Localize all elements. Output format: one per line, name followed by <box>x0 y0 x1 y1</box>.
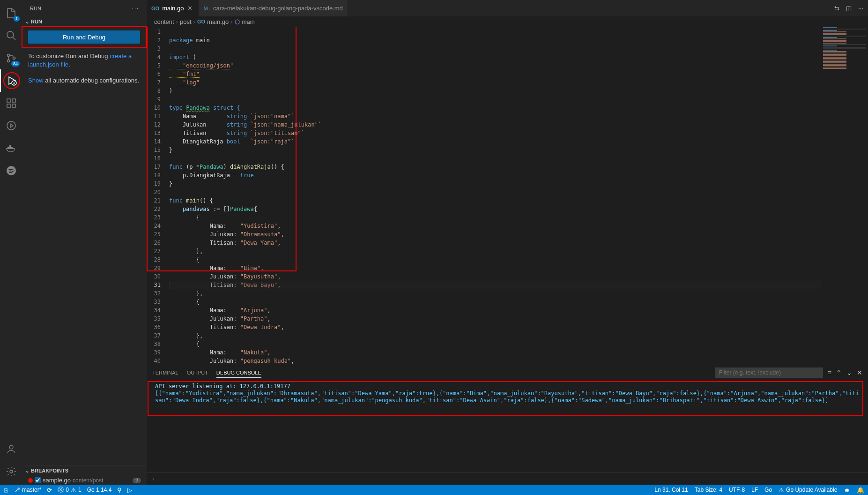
tab-main-go[interactable]: GO main.go ✕ <box>147 0 199 16</box>
svg-rect-10 <box>12 104 15 107</box>
activity-explorer[interactable]: 1 <box>0 2 22 24</box>
play-icon: ▷ <box>127 487 132 494</box>
breakpoint-checkbox[interactable] <box>35 477 41 483</box>
collapse-panel-icon[interactable]: ⌃ <box>836 369 842 376</box>
clear-console-icon[interactable]: ≡ <box>828 369 831 376</box>
status-remote[interactable]: ⎘ <box>4 487 7 494</box>
activity-settings[interactable] <box>0 460 22 483</box>
breakpoints-header[interactable]: ⌄ BREAKPOINTS <box>22 465 147 476</box>
breadcrumb-item[interactable]: content <box>154 18 174 25</box>
status-encoding[interactable]: UTF-8 <box>729 487 745 493</box>
svg-point-0 <box>7 31 14 38</box>
breakpoint-file: sample.go <box>43 477 71 484</box>
status-go-version[interactable]: Go 1.14.4 <box>87 487 112 493</box>
chevron-down-icon: ⌄ <box>25 468 29 473</box>
editor-tabs: GO main.go ✕ M↓ cara-melakukan-debug-gol… <box>147 0 868 16</box>
sidebar-more-icon[interactable]: ··· <box>132 6 139 11</box>
play-circle-icon <box>6 120 17 131</box>
close-icon[interactable]: ✕ <box>186 5 193 12</box>
breakpoint-count: 2 <box>133 478 141 483</box>
breakpoint-item[interactable]: sample.go content/post 2 <box>22 476 147 485</box>
gutter[interactable]: 1234567891011121314151617181920212223242… <box>147 27 169 365</box>
status-cursor[interactable]: Ln 31, Col 11 <box>654 487 688 493</box>
gear-icon <box>6 466 17 477</box>
activity-extensions[interactable] <box>0 92 22 114</box>
status-tabsize[interactable]: Tab Size: 4 <box>695 487 722 493</box>
status-live-share[interactable]: ⚲ <box>117 487 122 494</box>
svg-line-1 <box>13 37 15 40</box>
svg-marker-12 <box>10 124 13 128</box>
status-problems[interactable]: ⓧ0 ⚠1 <box>58 486 81 494</box>
bell-icon: 🔔 <box>857 487 864 494</box>
feedback-icon: ☻ <box>844 487 850 494</box>
close-panel-icon[interactable]: ✕ <box>857 369 862 376</box>
debug-console-filter[interactable] <box>715 368 823 378</box>
status-branch[interactable]: ⎇master* <box>13 487 41 494</box>
tab-label: main.go <box>162 5 184 12</box>
remote-icon: ⎘ <box>4 487 7 494</box>
compare-changes-icon[interactable]: ⇆ <box>834 5 839 12</box>
bottom-panel: TERMINAL OUTPUT DEBUG CONSOLE ≡ ⌃ ⌄ ✕ AP… <box>147 365 868 485</box>
debug-console-output[interactable]: API server listening at: 127.0.0.1:19177… <box>147 380 868 472</box>
status-bar: ⎘ ⎇master* ⟳ ⓧ0 ⚠1 Go 1.14.4 ⚲ ▷ Ln 31, … <box>0 485 868 495</box>
chevron-down-icon: ⌄ <box>25 19 29 24</box>
breadcrumb[interactable]: content › post › GO main.go › ⬡ main <box>147 16 868 27</box>
console-line: [{"nama":"Yudistira","nama_julukan":"Dhr… <box>155 390 860 404</box>
code-content[interactable]: package main import ( "encoding/json" "f… <box>169 27 321 365</box>
live-share-icon: ⚲ <box>117 487 122 494</box>
svg-point-3 <box>7 60 10 62</box>
tab-md-file[interactable]: M↓ cara-melakukan-debug-golang-pada-vsco… <box>199 0 348 16</box>
spotify-icon <box>6 165 17 176</box>
activity-source-control[interactable]: 84 <box>0 47 22 69</box>
svg-rect-7 <box>7 99 10 102</box>
code-editor[interactable]: 1234567891011121314151617181920212223242… <box>147 27 868 365</box>
search-icon <box>6 30 17 41</box>
activity-run-debug[interactable] <box>0 69 22 92</box>
svg-rect-8 <box>12 99 15 102</box>
svg-point-18 <box>9 445 13 449</box>
activity-spotify[interactable] <box>0 159 22 182</box>
split-editor-icon[interactable]: ◫ <box>846 5 852 12</box>
go-file-icon: GO <box>197 19 205 24</box>
status-sync[interactable]: ⟳ <box>47 487 52 494</box>
show-configs-link[interactable]: Show <box>28 77 44 84</box>
sidebar-title: RUN <box>30 6 41 11</box>
warning-icon: ⚠ <box>71 487 76 494</box>
explorer-badge: 1 <box>14 16 20 22</box>
debug-console-input[interactable]: › <box>147 472 868 485</box>
svg-rect-16 <box>9 145 11 147</box>
breadcrumb-item[interactable]: main <box>242 18 255 25</box>
activity-docker[interactable] <box>0 137 22 159</box>
status-go-update[interactable]: ⚠Go Update Available <box>779 487 837 494</box>
activity-account[interactable] <box>0 438 22 460</box>
status-play[interactable]: ▷ <box>127 487 132 494</box>
breadcrumb-item[interactable]: post <box>180 18 192 25</box>
docker-icon <box>6 142 17 154</box>
activity-search[interactable] <box>0 24 22 47</box>
svg-point-4 <box>13 57 15 60</box>
run-and-debug-button[interactable]: Run and Debug <box>28 30 140 44</box>
minimap[interactable] <box>821 27 868 97</box>
error-icon: ⓧ <box>58 486 64 494</box>
panel-tab-terminal[interactable]: TERMINAL <box>152 368 178 377</box>
sync-icon: ⟳ <box>47 487 52 494</box>
status-language[interactable]: Go <box>764 487 772 493</box>
breakpoints-label: BREAKPOINTS <box>31 468 68 473</box>
breadcrumb-item[interactable]: main.go <box>207 18 229 25</box>
panel-tab-debug-console[interactable]: DEBUG CONSOLE <box>216 368 261 378</box>
show-configs-hint: Show all automatic debug configurations. <box>22 73 147 89</box>
more-actions-icon[interactable]: ··· <box>858 5 863 12</box>
scm-badge: 84 <box>11 61 20 67</box>
status-feedback[interactable]: ☻ <box>844 487 850 494</box>
run-section-header[interactable]: ⌄ RUN <box>22 16 147 27</box>
panel-tab-output[interactable]: OUTPUT <box>187 368 208 377</box>
maximize-panel-icon[interactable]: ⌄ <box>846 369 852 376</box>
svg-point-19 <box>10 470 13 473</box>
console-line: API server listening at: 127.0.0.1:19177 <box>155 383 860 390</box>
breakpoint-dot-icon <box>28 478 33 483</box>
svg-point-2 <box>7 54 10 57</box>
breakpoint-path: content/post <box>73 477 103 484</box>
status-notifications[interactable]: 🔔 <box>857 487 864 494</box>
status-eol[interactable]: LF <box>751 487 758 493</box>
activity-timeline[interactable] <box>0 114 22 137</box>
